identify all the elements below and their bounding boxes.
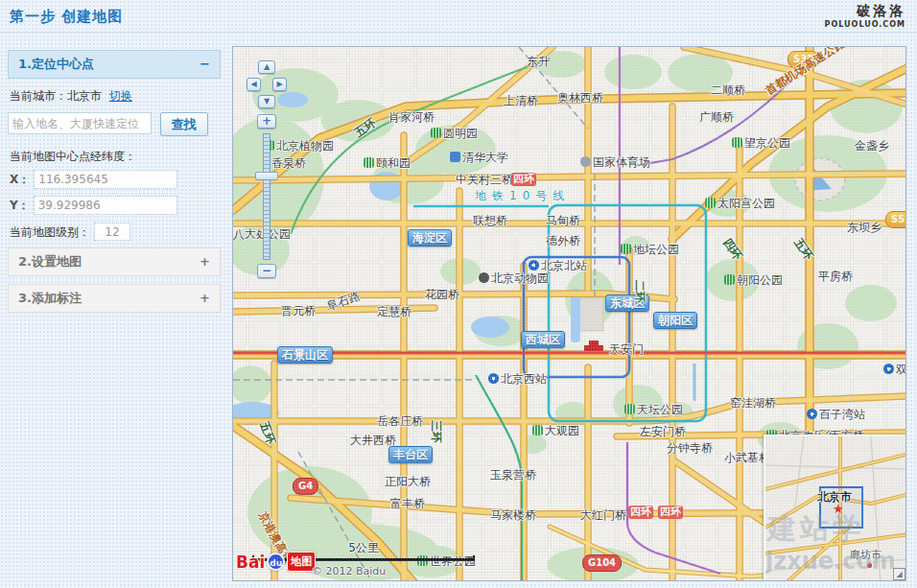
- panel-locate-center-header[interactable]: 1.定位中心点 −: [8, 50, 221, 79]
- x-coordinate-row: X：: [10, 170, 177, 189]
- site-logo-en: POLUOLUO.COM: [825, 20, 905, 29]
- y-coordinate-row: Y：: [10, 196, 177, 215]
- x-input[interactable]: [34, 170, 177, 189]
- pan-right-button[interactable]: ▶: [272, 78, 287, 91]
- y-input[interactable]: [34, 196, 177, 215]
- search-row: 查找: [8, 112, 208, 136]
- baidu-paw-icon: du: [267, 553, 285, 571]
- overview-map[interactable]: 北京市 ★ 廊坊市 建站学 jzxue.com ◢: [764, 435, 906, 581]
- baidu-logo-text: Bai: [236, 553, 265, 572]
- pan-left-button[interactable]: ◀: [247, 78, 261, 91]
- switch-city-link[interactable]: 切换: [109, 89, 132, 103]
- watermark-url: jzxue.com: [765, 548, 896, 575]
- site-logo-cn: 破洛洛: [825, 3, 905, 20]
- pan-up-button[interactable]: ▲: [258, 60, 275, 74]
- map-level-input[interactable]: [94, 223, 130, 241]
- page-title: 第一步 创建地图: [10, 8, 123, 26]
- panel-add-marker-title: 3.添加标注: [18, 291, 82, 305]
- map-level-label: 当前地图级别：: [10, 225, 90, 239]
- sidebar: 1.定位中心点 − 当前城市：北京市 切换 查找 当前地图中心点经纬度： X： …: [0, 34, 232, 588]
- panel-set-map-header[interactable]: 2.设置地图 +: [8, 247, 221, 276]
- zoom-in-button[interactable]: +: [257, 114, 276, 129]
- panel-set-map-title: 2.设置地图: [18, 254, 82, 269]
- pan-down-button[interactable]: ▼: [258, 95, 275, 108]
- site-logo: 破洛洛 POLUOLUO.COM: [825, 3, 905, 29]
- zoom-out-button[interactable]: −: [257, 264, 276, 278]
- map-attribution: © 2012 Baidu: [312, 565, 386, 577]
- y-label: Y：: [10, 199, 30, 212]
- search-input[interactable]: [8, 112, 152, 134]
- zoom-slider-handle[interactable]: [255, 172, 278, 180]
- zoom-slider-track[interactable]: [263, 133, 270, 260]
- current-city-label: 当前城市：: [10, 89, 67, 103]
- x-label: X：: [10, 173, 30, 186]
- top-header-bar: 第一步 创建地图 破洛洛 POLUOLUO.COM: [0, 0, 917, 33]
- baidu-logo: Bai du 地图: [236, 552, 316, 572]
- current-city-row: 当前城市：北京市 切换: [10, 88, 132, 105]
- map-level-row: 当前地图级别：: [10, 223, 130, 241]
- landmark-areas-layer: [575, 158, 845, 331]
- current-city-value: 北京市: [67, 89, 102, 103]
- map-zoom-control: ▲ ◀ ▶ ▼ + −: [241, 53, 294, 283]
- expand-icon[interactable]: +: [200, 248, 210, 275]
- expand-icon[interactable]: +: [200, 285, 210, 312]
- watermark-cn: 建站学: [767, 509, 865, 549]
- map-canvas[interactable]: 东升上清桥奥林西桥二顺桥肖家河桥广顺桥金盏乡北京植物园圆明园清华大学香泉桥颐和园…: [232, 46, 906, 581]
- panel-add-marker-header[interactable]: 3.添加标注 +: [8, 284, 221, 313]
- overview-toggle-button[interactable]: ◢: [893, 568, 905, 580]
- panel-locate-center-title: 1.定位中心点: [18, 57, 94, 71]
- collapse-icon[interactable]: −: [200, 51, 210, 78]
- search-button[interactable]: 查找: [160, 112, 208, 136]
- center-coords-label: 当前地图中心点经纬度：: [10, 149, 136, 165]
- tiananmen-icon: [584, 345, 603, 351]
